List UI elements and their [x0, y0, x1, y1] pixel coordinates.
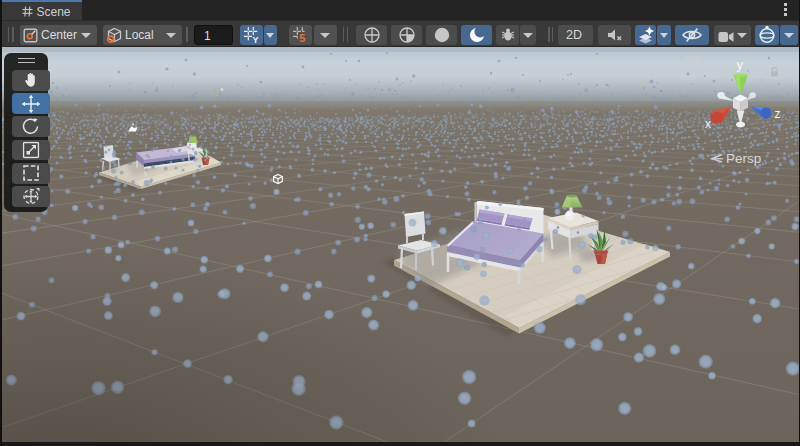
svg-text:5: 5 [299, 32, 305, 43]
svg-text:Persp: Persp [726, 151, 761, 166]
svg-text:z: z [775, 107, 781, 121]
svg-text:x: x [705, 117, 711, 131]
svg-text:Y: Y [252, 35, 258, 44]
svg-text:y: y [737, 57, 744, 72]
